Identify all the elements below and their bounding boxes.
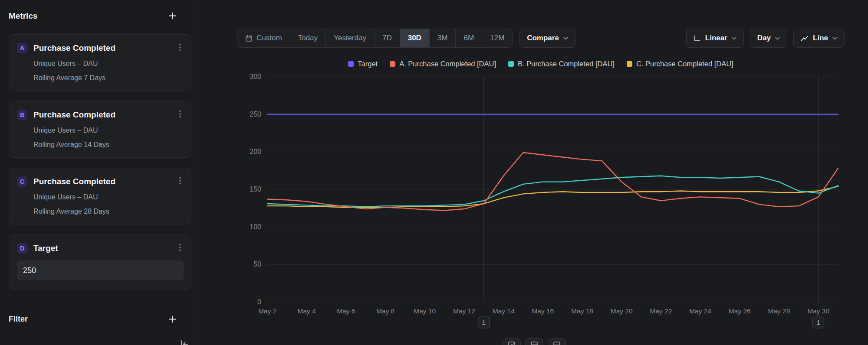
metric-menu-button[interactable] — [177, 109, 184, 120]
legend-item-c[interactable]: C. Purchase Completed [DAU] — [627, 60, 733, 68]
metric-menu-button[interactable] — [177, 243, 184, 254]
scale-select-button[interactable]: Linear — [686, 29, 744, 48]
metric-title: Purchase Completed — [33, 110, 171, 120]
y-axis-label: 0 — [257, 298, 261, 306]
metric-measurement: Unique Users – DAU — [33, 60, 184, 68]
x-axis-label: May 28 — [768, 307, 790, 315]
metric-card-c[interactable]: C Purchase Completed Unique Users – DAU … — [9, 168, 191, 225]
metric-measurement: Unique Users – DAU — [33, 193, 184, 201]
range-button-label: Today — [298, 34, 318, 42]
linear-scale-icon — [694, 35, 701, 42]
chart-view-toggle-button[interactable] — [503, 338, 521, 345]
x-axis-label: May 26 — [729, 307, 751, 315]
line-chart-icon — [801, 35, 809, 42]
x-axis-label: May 10 — [414, 307, 436, 315]
sidebar-title: Metrics — [9, 11, 38, 21]
range-button-3m[interactable]: 3M — [430, 29, 456, 47]
x-axis-label: May 24 — [689, 307, 711, 315]
chart-panel: CustomTodayYesterday7D30D3M6M12M Compare… — [200, 0, 868, 345]
legend-item-target[interactable]: Target — [348, 60, 378, 68]
plus-icon — [169, 316, 176, 323]
range-button-label: 3M — [437, 34, 448, 42]
add-metric-button[interactable] — [167, 10, 178, 21]
metric-title: Purchase Completed — [33, 43, 171, 53]
target-card[interactable]: D Target — [9, 234, 191, 290]
x-axis-label: May 20 — [611, 307, 633, 315]
range-button-label: 12M — [490, 34, 504, 42]
filter-title: Filter — [9, 315, 28, 324]
metric-rolling-average: Rolling Average 14 Days — [33, 141, 184, 149]
range-button-today[interactable]: Today — [290, 29, 326, 47]
metric-title: Purchase Completed — [33, 177, 171, 186]
metric-badge: D — [17, 243, 27, 254]
legend-item-b[interactable]: B. Purchase Completed [DAU] — [508, 60, 615, 68]
chevron-down-icon — [563, 37, 568, 40]
compare-button[interactable]: Compare — [519, 29, 575, 48]
filter-section: Filter — [9, 314, 191, 325]
legend-label: Target — [358, 60, 378, 68]
metric-badge: B — [17, 110, 27, 120]
legend-swatch — [390, 61, 395, 67]
range-button-label: Yesterday — [334, 34, 366, 42]
scale-label: Linear — [705, 34, 727, 42]
range-button-12m[interactable]: 12M — [482, 29, 512, 47]
chart-view-icon — [508, 341, 516, 345]
x-axis-label: May 4 — [298, 307, 316, 315]
annotation-badge-label: 1 — [816, 319, 820, 326]
view-toggle-group — [503, 338, 566, 345]
y-axis-label: 150 — [250, 186, 261, 193]
x-axis-label: May 2 — [258, 307, 276, 315]
x-axis-label: May 22 — [650, 307, 672, 315]
chart-legend: Target A. Purchase Completed [DAU] B. Pu… — [237, 60, 845, 68]
range-button-6m[interactable]: 6M — [456, 29, 482, 47]
date-range-segmented: CustomTodayYesterday7D30D3M6M12M — [237, 29, 513, 48]
table-view-toggle-button[interactable] — [525, 338, 543, 345]
annotation-badge-label: 1 — [482, 319, 486, 326]
y-axis-label: 200 — [250, 148, 261, 155]
x-axis-label: May 6 — [337, 307, 355, 315]
kebab-menu-icon — [179, 43, 181, 51]
split-view-icon — [553, 341, 561, 345]
y-axis-label: 300 — [250, 73, 261, 80]
target-value-input[interactable] — [17, 260, 184, 280]
collapse-sidebar-icon — [180, 340, 189, 345]
chevron-down-icon — [832, 37, 837, 40]
kebab-menu-icon — [179, 177, 181, 185]
legend-item-a[interactable]: A. Purchase Completed [DAU] — [390, 60, 496, 68]
metric-menu-button[interactable] — [177, 42, 184, 53]
range-button-custom[interactable]: Custom — [237, 29, 290, 47]
x-axis-label: May 18 — [571, 307, 593, 315]
kebab-menu-icon — [179, 244, 181, 251]
legend-swatch — [508, 61, 514, 67]
range-button-yesterday[interactable]: Yesterday — [326, 29, 375, 47]
granularity-label: Day — [757, 34, 771, 42]
metric-menu-button[interactable] — [177, 176, 184, 187]
collapse-sidebar-button[interactable] — [178, 338, 191, 345]
legend-label: C. Purchase Completed [DAU] — [636, 60, 733, 68]
y-axis-label: 250 — [250, 111, 261, 118]
sidebar-header: Metrics — [9, 10, 191, 21]
add-filter-button[interactable] — [167, 314, 178, 325]
granularity-select-button[interactable]: Day — [750, 29, 787, 48]
metric-card-b[interactable]: B Purchase Completed Unique Users – DAU … — [9, 101, 191, 158]
x-axis-label: May 12 — [453, 307, 475, 315]
chart-type-select-button[interactable]: Line — [793, 29, 845, 48]
range-button-label: 30D — [408, 34, 421, 42]
kebab-menu-icon — [179, 110, 181, 118]
split-view-toggle-button[interactable] — [548, 338, 566, 345]
metric-rolling-average: Rolling Average 28 Days — [33, 208, 184, 215]
table-view-icon — [530, 341, 538, 345]
x-axis-label: May 30 — [807, 307, 829, 315]
range-button-7d[interactable]: 7D — [375, 29, 400, 47]
plus-icon — [169, 12, 176, 20]
x-axis-label: May 16 — [532, 307, 554, 315]
metric-card-a[interactable]: A Purchase Completed Unique Users – DAU … — [9, 34, 191, 91]
chevron-down-icon — [775, 37, 780, 40]
legend-swatch — [627, 61, 632, 67]
x-axis-label: May 14 — [493, 307, 515, 315]
y-axis-label: 50 — [253, 260, 261, 268]
legend-swatch — [348, 61, 354, 67]
range-button-30d[interactable]: 30D — [400, 29, 430, 47]
metrics-sidebar: Metrics A Purchase Completed Unique User… — [0, 0, 200, 345]
compare-label: Compare — [527, 34, 559, 42]
